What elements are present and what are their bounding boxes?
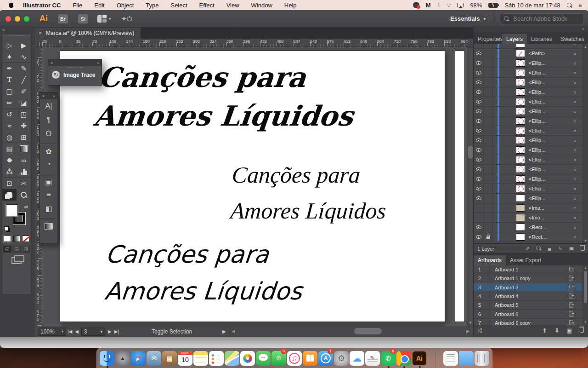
artboard-tool[interactable]: ⊡ <box>2 178 17 189</box>
target-icon[interactable]: ○ <box>573 70 576 75</box>
first-artboard-button[interactable]: |◀ <box>68 329 72 334</box>
shaper-tool[interactable]: ✏ <box>2 97 17 109</box>
target-icon[interactable]: ○ <box>573 51 576 56</box>
layer-label[interactable]: <Ellip... <box>529 147 573 153</box>
eyedropper-tool[interactable] <box>2 155 17 166</box>
visibility-eye-icon[interactable] <box>476 138 481 142</box>
layer-row[interactable]: <Ellip... ○ <box>474 145 588 155</box>
layer-thumbnail[interactable] <box>516 156 525 163</box>
layer-thumbnail[interactable] <box>516 175 525 183</box>
collapse-panel-icon[interactable]: » <box>97 61 99 65</box>
logo-text-brush-line2[interactable]: Amores Líquidos <box>92 100 355 132</box>
close-window-button[interactable] <box>6 16 11 22</box>
target-icon[interactable]: ○ <box>573 44 576 46</box>
artboard-page-icon[interactable] <box>569 276 574 281</box>
visibility-eye-icon[interactable] <box>476 158 481 161</box>
target-icon[interactable]: ○ <box>573 99 576 104</box>
layer-thumbnail[interactable] <box>516 195 525 202</box>
layer-thumbnail[interactable] <box>516 127 525 134</box>
move-up-icon[interactable]: ⬆ <box>538 327 551 334</box>
visibility-eye-icon[interactable] <box>476 100 481 104</box>
target-icon[interactable]: ○ <box>573 80 576 85</box>
visibility-eye-icon[interactable] <box>476 109 481 113</box>
visibility-eye-icon[interactable] <box>476 148 481 152</box>
artboard-3[interactable]: Canções para Amores Líquidos Canções par… <box>60 51 445 322</box>
visibility-eye-icon[interactable] <box>476 71 481 75</box>
artboard-row[interactable]: 5 Artboard 5 <box>474 301 588 310</box>
layer-thumbnail[interactable] <box>516 69 525 76</box>
dock-contacts[interactable]: ▤ <box>162 349 177 368</box>
target-icon[interactable]: ○ <box>573 167 576 172</box>
minimize-window-button[interactable] <box>15 16 20 22</box>
wifi-icon[interactable]: ▽ <box>447 2 451 8</box>
logo-text-casual-line2[interactable]: Amores Líquidos <box>103 277 303 305</box>
artboard-4-sliver[interactable] <box>455 51 465 322</box>
move-down-icon[interactable]: ⬇ <box>551 327 563 334</box>
artboard-name[interactable]: Artboard 1 <box>490 267 569 272</box>
shape-builder-tool[interactable]: ◍ <box>2 132 17 143</box>
lock-icon[interactable] <box>486 236 490 239</box>
scrollbar-thumb[interactable] <box>354 328 382 334</box>
new-layer-icon[interactable]: ▣ <box>566 246 577 252</box>
slice-tool[interactable]: ✂ <box>17 178 31 189</box>
visibility-eye-icon[interactable] <box>476 196 481 200</box>
target-icon[interactable]: ○ <box>573 109 576 114</box>
target-icon[interactable]: ○ <box>573 157 576 162</box>
spotlight-icon[interactable] <box>567 3 572 8</box>
menu-select[interactable]: Select <box>170 2 187 9</box>
layer-label[interactable]: <Ellip... <box>529 60 573 66</box>
expand-panel-icon[interactable]: » <box>53 94 55 98</box>
layer-label[interactable]: <Ellip... <box>529 128 573 133</box>
dock-photos[interactable] <box>240 349 255 368</box>
transform-panel-icon[interactable]: ▣ <box>40 174 57 188</box>
scroll-up-icon[interactable]: ▲ <box>584 266 587 270</box>
zoom-tool[interactable] <box>17 189 31 201</box>
layer-thumbnail[interactable] <box>516 146 525 154</box>
new-sublayer-icon[interactable]: ↳ <box>555 246 566 252</box>
artboard-row[interactable]: 6 Artboard 6 <box>474 310 588 318</box>
visibility-eye-icon[interactable] <box>476 61 481 65</box>
color-button[interactable] <box>4 236 11 242</box>
tab-asset-export[interactable]: Asset Export <box>506 255 545 265</box>
draw-normal-mode-button[interactable]: ◱ <box>3 246 11 253</box>
pathfinder-panel-icon[interactable]: ◧ <box>40 201 57 215</box>
dock-itunes[interactable]: ♫ <box>287 349 302 368</box>
layer-row[interactable]: <Ellip... ○ <box>474 194 588 203</box>
layer-thumbnail[interactable] <box>516 108 525 115</box>
layer-row[interactable]: <Ellip... ○ <box>474 174 588 184</box>
scroll-down-icon[interactable]: ▼ <box>584 239 587 242</box>
layer-label[interactable]: <Ellip... <box>529 99 573 104</box>
visibility-eye-icon[interactable] <box>476 225 481 229</box>
horizontal-ruler[interactable]: 3603672108144180216252288324360396432468… <box>35 39 473 47</box>
type-tool[interactable]: T <box>2 74 17 86</box>
color-guide-panel-icon[interactable]: ◔ <box>40 157 57 171</box>
dock-separator[interactable] <box>428 349 442 368</box>
dock-system-preferences[interactable]: ⚙ <box>334 349 349 368</box>
menu-object[interactable]: Object <box>117 2 134 9</box>
layer-thumbnail[interactable] <box>516 214 525 221</box>
vertical-scrollbar[interactable]: ▼ <box>467 47 473 326</box>
fill-swatch[interactable] <box>6 204 18 216</box>
draw-behind-mode-button[interactable]: ◲ <box>12 246 21 253</box>
scrollbar-thumb[interactable] <box>468 146 473 159</box>
close-panel-icon[interactable]: × <box>42 94 45 98</box>
artboard-page-icon[interactable] <box>569 285 574 290</box>
hand-tool[interactable] <box>2 189 17 201</box>
artboard-number-select[interactable]: 3▾ <box>81 328 105 336</box>
menu-help[interactable]: Help <box>284 2 297 9</box>
status-menu-arrow-icon[interactable]: ▶ <box>222 329 226 334</box>
visibility-eye-icon[interactable] <box>476 119 481 123</box>
artboard-page-icon[interactable] <box>569 320 574 325</box>
malwarebytes-icon[interactable]: M <box>426 2 431 9</box>
layer-thumbnail[interactable] <box>516 204 525 212</box>
layer-row[interactable]: <Ellip... ○ <box>474 87 588 97</box>
paragraph-panel-icon[interactable]: ¶ <box>40 113 57 127</box>
layer-thumbnail[interactable] <box>516 88 525 96</box>
layer-thumbnail[interactable] <box>516 98 525 105</box>
scroll-right-icon[interactable]: ▶ <box>466 329 469 334</box>
dock-ibooks[interactable] <box>303 349 317 368</box>
target-icon[interactable]: ○ <box>573 128 576 133</box>
gradient-button[interactable] <box>13 236 20 242</box>
layer-row[interactable]: <Ellip... ○ <box>474 184 588 194</box>
dock-illustrator[interactable]: Ai <box>412 349 427 368</box>
